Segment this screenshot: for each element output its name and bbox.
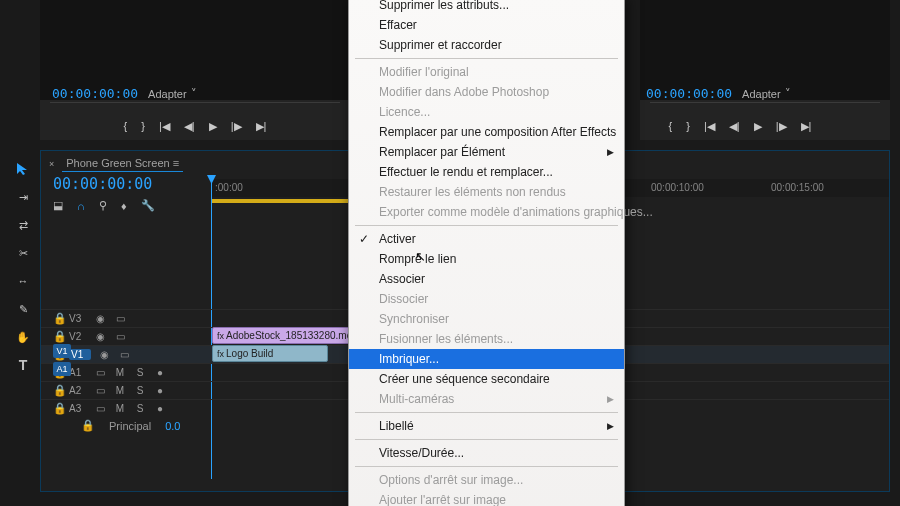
menu-item[interactable]: Créer une séquence secondaire	[349, 369, 624, 389]
toggle-output-icon[interactable]: ▭	[113, 331, 127, 342]
markers-icon[interactable]: ♦	[121, 200, 127, 212]
slip-tool-icon[interactable]: ↔	[14, 272, 32, 290]
mark-out-icon[interactable]: }	[686, 120, 690, 133]
pen-tool-icon[interactable]: ✎	[14, 300, 32, 318]
menu-item[interactable]: Rompre le lien	[349, 249, 624, 269]
menu-item: Exporter comme modèle d'animations graph…	[349, 202, 624, 222]
menu-item[interactable]: Libellé	[349, 416, 624, 436]
mute-button[interactable]: M	[113, 367, 127, 378]
play-icon[interactable]: ▶	[754, 120, 762, 133]
program-timecode[interactable]: 00:00:00:00	[646, 86, 732, 101]
record-icon[interactable]: ●	[153, 367, 167, 378]
menu-item[interactable]: Remplacer par Élément	[349, 142, 624, 162]
menu-item: Options d'arrêt sur image...	[349, 470, 624, 490]
mark-out-icon[interactable]: }	[141, 120, 145, 133]
track-label: A2	[69, 385, 87, 396]
clip-v2[interactable]: fxAdobeStock_185133280.mov	[212, 327, 358, 344]
go-in-icon[interactable]: |◀	[159, 120, 170, 133]
solo-button[interactable]: S	[133, 403, 147, 414]
speaker-icon[interactable]: ▭	[93, 403, 107, 414]
type-tool-icon[interactable]: T	[14, 356, 32, 374]
mute-button[interactable]: M	[113, 403, 127, 414]
chevron-down-icon: ˅	[191, 87, 197, 100]
step-back-icon[interactable]: ◀|	[184, 120, 195, 133]
eye-icon[interactable]: ◉	[97, 349, 111, 360]
record-icon[interactable]: ●	[153, 385, 167, 396]
timeline-tool-strip: ⇥ ⇄ ✂ ↔ ✎ ✋ T	[10, 160, 36, 374]
menu-item: Dissocier	[349, 289, 624, 309]
toggle-output-icon[interactable]: ▭	[113, 313, 127, 324]
work-area-bar[interactable]	[211, 199, 351, 203]
lock-icon[interactable]: 🔒	[53, 312, 63, 325]
source-fit-dropdown[interactable]: Adapter ˅	[148, 87, 197, 100]
mark-in-icon[interactable]: {	[669, 120, 673, 133]
play-icon[interactable]: ▶	[209, 120, 217, 133]
menu-item: Modifier l'original	[349, 62, 624, 82]
tab-menu-icon[interactable]: ≡	[173, 157, 179, 169]
clip-v1[interactable]: fxLogo Build	[212, 345, 328, 362]
menu-item[interactable]: Vitesse/Durée...	[349, 443, 624, 463]
ripple-edit-icon[interactable]: ⇄	[14, 216, 32, 234]
menu-item[interactable]: Activer	[349, 229, 624, 249]
selection-tool-icon[interactable]	[14, 160, 32, 178]
source-ruler[interactable]	[50, 102, 340, 115]
menu-item[interactable]: Effacer	[349, 15, 624, 35]
timeline-timecode[interactable]: 00:00:00:00	[53, 175, 152, 193]
step-fwd-icon[interactable]: |▶	[776, 120, 787, 133]
menu-separator	[355, 466, 618, 467]
fx-icon: fx	[217, 349, 224, 359]
eye-icon[interactable]: ◉	[93, 331, 107, 342]
razor-tool-icon[interactable]: ✂	[14, 244, 32, 262]
mute-button[interactable]: M	[113, 385, 127, 396]
source-timecode[interactable]: 00:00:00:00	[52, 86, 138, 101]
menu-item[interactable]: Effectuer le rendu et remplacer...	[349, 162, 624, 182]
insert-mode-icon[interactable]: ⬓	[53, 199, 63, 212]
solo-button[interactable]: S	[133, 367, 147, 378]
lock-icon[interactable]: 🔒	[53, 384, 63, 397]
snap-icon[interactable]: ∩	[77, 200, 85, 212]
eye-icon[interactable]: ◉	[93, 313, 107, 324]
lock-icon[interactable]: 🔒	[53, 402, 63, 415]
program-fit-dropdown[interactable]: Adapter ˅	[742, 87, 791, 100]
lock-icon[interactable]: 🔒	[81, 419, 95, 432]
track-label: A1	[69, 367, 87, 378]
menu-item[interactable]: Associer	[349, 269, 624, 289]
source-preview	[40, 0, 350, 100]
settings-icon[interactable]: 🔧	[141, 199, 155, 212]
program-ruler[interactable]	[650, 102, 880, 115]
clip-label: AdobeStock_185133280.mov	[226, 330, 357, 341]
go-out-icon[interactable]: ▶|	[256, 120, 267, 133]
source-fit-label: Adapter	[148, 88, 187, 100]
step-back-icon[interactable]: ◀|	[729, 120, 740, 133]
menu-item[interactable]: Supprimer et raccorder	[349, 35, 624, 55]
menu-separator	[355, 439, 618, 440]
source-patch-a1[interactable]: A1	[53, 362, 71, 376]
menu-item[interactable]: Remplacer par une composition After Effe…	[349, 122, 624, 142]
close-icon[interactable]: ×	[49, 159, 54, 169]
linked-selection-icon[interactable]: ⚲	[99, 199, 107, 212]
fx-icon: fx	[217, 331, 224, 341]
source-patch-v1[interactable]: V1	[53, 344, 71, 358]
menu-item: Synchroniser	[349, 309, 624, 329]
speaker-icon[interactable]: ▭	[93, 367, 107, 378]
mark-in-icon[interactable]: {	[124, 120, 128, 133]
menu-item[interactable]: Supprimer les attributs...	[349, 0, 624, 15]
lock-icon[interactable]: 🔒	[53, 330, 63, 343]
master-value[interactable]: 0.0	[165, 420, 180, 432]
toggle-output-icon[interactable]: ▭	[117, 349, 131, 360]
clip-label: Logo Build	[226, 348, 273, 359]
record-icon[interactable]: ●	[153, 403, 167, 414]
solo-button[interactable]: S	[133, 385, 147, 396]
menu-item[interactable]: Imbriquer...	[349, 349, 624, 369]
track-select-forward-icon[interactable]: ⇥	[14, 188, 32, 206]
step-fwd-icon[interactable]: |▶	[231, 120, 242, 133]
menu-separator	[355, 58, 618, 59]
go-in-icon[interactable]: |◀	[704, 120, 715, 133]
menu-item: Multi-caméras	[349, 389, 624, 409]
ruler-label: 00:00:15:00	[771, 182, 824, 193]
speaker-icon[interactable]: ▭	[93, 385, 107, 396]
hand-tool-icon[interactable]: ✋	[14, 328, 32, 346]
go-out-icon[interactable]: ▶|	[801, 120, 812, 133]
sequence-tab[interactable]: Phone Green Screen ≡	[62, 155, 183, 172]
master-track[interactable]: 🔒 Principal 0.0	[81, 419, 180, 432]
